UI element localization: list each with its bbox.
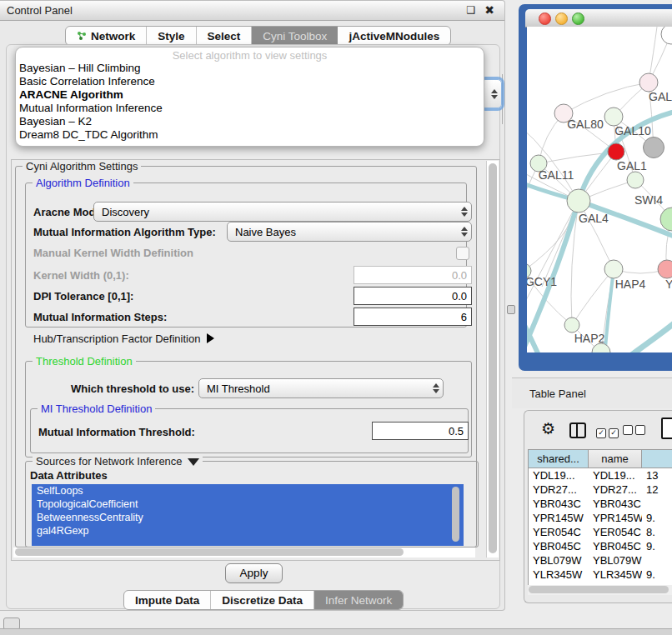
mi-type-label: Mutual Information Algorithm Type: <box>33 226 216 238</box>
mi-type-combobox[interactable]: Naive Bayes <box>227 222 472 242</box>
sources-title: Sources for Network Inference <box>36 455 183 468</box>
which-threshold-combobox[interactable]: MI Threshold <box>198 378 444 398</box>
table-row[interactable]: YBR043CYBR043C <box>529 497 672 511</box>
kernel-width-input[interactable] <box>354 266 472 284</box>
table-row[interactable]: YDR27...YDR27...12 <box>529 482 672 497</box>
which-threshold-value: MI Threshold <box>199 382 443 395</box>
algorithm-option[interactable]: ARACNE Algorithm <box>16 88 484 102</box>
tab-jactivemnodules[interactable]: jActiveMNodules <box>338 27 450 45</box>
table-row[interactable]: YPR145WYPR145W9. <box>529 511 672 525</box>
select-all-columns-icon[interactable]: ✓✓ <box>596 425 621 438</box>
dpi-tolerance-input[interactable] <box>354 287 472 305</box>
attribute-list-item[interactable]: SelfLoops <box>32 484 464 498</box>
minimize-button[interactable] <box>555 12 568 25</box>
tab-impute-data[interactable]: Impute Data <box>124 591 211 609</box>
table-cell: YER054C <box>589 525 642 539</box>
tab-discretize-data[interactable]: Discretize Data <box>211 591 314 609</box>
window-resize-bar <box>0 628 672 635</box>
tab-select[interactable]: Select <box>197 27 253 45</box>
network-node[interactable] <box>567 189 590 212</box>
close-window-icon[interactable]: ✖ <box>483 3 496 17</box>
table-cell: YER054C <box>529 525 589 539</box>
combobox-stepper-icon <box>461 227 468 237</box>
manual-kernel-checkbox[interactable] <box>456 247 469 260</box>
combobox-stepper-icon <box>433 383 439 393</box>
document-icon[interactable] <box>661 418 672 439</box>
algorithm-option[interactable]: Mutual Information Inference <box>16 102 484 115</box>
network-node[interactable] <box>564 318 579 332</box>
tab-style[interactable]: Style <box>147 27 196 45</box>
table-row[interactable]: YER054CYER054C8. <box>529 525 672 539</box>
node-label: GAL11 <box>539 168 574 182</box>
float-window-icon[interactable]: ❑ <box>464 3 478 17</box>
tab-cyni-toolbox[interactable]: Cyni Toolbox <box>252 27 338 45</box>
mi-steps-input[interactable] <box>354 308 472 326</box>
tab-infer-network[interactable]: Infer Network <box>314 591 403 609</box>
network-node[interactable] <box>639 73 658 92</box>
algorithm-option[interactable]: Bayesian – Hill Climbing <box>16 62 484 75</box>
zoom-button[interactable] <box>572 12 584 25</box>
close-button[interactable] <box>539 12 551 25</box>
algorithm-option[interactable]: Bayesian – K2 <box>16 115 484 128</box>
manual-kernel-label: Manual Kernel Width Definition <box>33 247 193 259</box>
hub-definition-toggle[interactable]: Hub/Transcription Factor Definition <box>33 332 214 345</box>
settings-vertical-scrollbar[interactable] <box>486 161 499 558</box>
network-canvas[interactable]: GAL8GAL80GAL10GAL1GAL11GAL4SWI4GCY1HAP4Y… <box>527 27 672 352</box>
network-edge-highlighted[interactable] <box>600 321 672 352</box>
control-panel-tabbar: NetworkStyleSelectCyni ToolboxjActiveMNo… <box>65 26 451 46</box>
algorithm-option[interactable]: Dream8 DC_TDC Algorithm <box>16 128 484 142</box>
table-cell: YBR045C <box>589 539 642 553</box>
table-cell: 8. <box>642 525 672 539</box>
table-cell: YBL079W <box>589 553 642 568</box>
network-edge[interactable] <box>564 82 649 113</box>
table-row[interactable]: YBR045CYBR045C9. <box>529 539 672 553</box>
table-cell: YBR043C <box>589 497 642 511</box>
network-edge-highlighted[interactable] <box>604 269 614 352</box>
network-node[interactable] <box>608 143 624 160</box>
table-row[interactable]: YBL079WYBL079W <box>529 553 672 568</box>
column-header[interactable]: name <box>589 450 642 468</box>
table-row[interactable]: YDL19...YDL19...13 <box>529 468 672 482</box>
columns-icon[interactable] <box>569 422 586 438</box>
attribute-list-item[interactable]: BetweennessCentrality <box>32 511 464 524</box>
network-node[interactable] <box>604 108 623 126</box>
data-attributes-list[interactable]: SelfLoopsTopologicalCoefficientBetweenne… <box>32 484 464 546</box>
tab-label: jActiveMNodules <box>349 30 439 42</box>
attribute-list-item[interactable]: TopologicalCoefficient <box>32 498 464 511</box>
network-node[interactable] <box>627 172 644 188</box>
network-node[interactable] <box>660 208 672 231</box>
combobox-stepper-icon <box>491 89 498 99</box>
table-panel-titlebar: Table Panel <box>512 378 672 408</box>
network-node[interactable] <box>604 260 623 278</box>
attribute-list-item[interactable]: gal4RGexp <box>32 524 464 538</box>
table-row[interactable]: YLR345WYLR345W9. <box>529 568 672 582</box>
network-node[interactable] <box>661 27 672 44</box>
table-cell: YBL079W <box>529 553 589 568</box>
table-cell: YDL19... <box>589 468 642 482</box>
table-cell <box>642 553 672 568</box>
list-scrollbar-thumb[interactable] <box>452 487 459 542</box>
deselect-all-columns-icon[interactable] <box>623 425 648 438</box>
algorithm-option[interactable]: Basic Correlation Inference <box>16 75 484 88</box>
network-window-titlebar <box>525 9 672 28</box>
groupbox-border-fragment <box>502 74 503 124</box>
tab-label: Impute Data <box>135 594 199 607</box>
network-view-window: GAL8GAL80GAL10GAL1GAL11GAL4SWI4GCY1HAP4Y… <box>519 4 672 371</box>
column-header[interactable]: shared... <box>529 450 589 468</box>
splitter-grip[interactable] <box>507 305 515 314</box>
network-node[interactable] <box>658 260 672 278</box>
dpi-tolerance-label: DPI Tolerance [0,1]: <box>33 290 133 302</box>
settings-horizontal-scrollbar[interactable] <box>13 548 475 558</box>
apply-button[interactable]: Apply <box>225 563 283 583</box>
network-node[interactable] <box>644 138 664 158</box>
sources-group-label[interactable]: Sources for Network Inference <box>33 455 203 468</box>
node-label: GAL8 <box>649 90 672 103</box>
tab-network[interactable]: Network <box>66 27 147 45</box>
table-cell: 9. <box>642 568 672 582</box>
table-horizontal-scrollbar[interactable] <box>528 585 672 595</box>
mi-threshold-input[interactable] <box>372 422 469 440</box>
aracne-mode-combobox[interactable]: Discovery <box>93 202 472 222</box>
table-body: YDL19...YDL19...13YDR27...YDR27...12YBR0… <box>529 468 672 587</box>
column-header[interactable] <box>642 450 672 468</box>
gear-icon[interactable]: ⚙ <box>541 419 555 438</box>
